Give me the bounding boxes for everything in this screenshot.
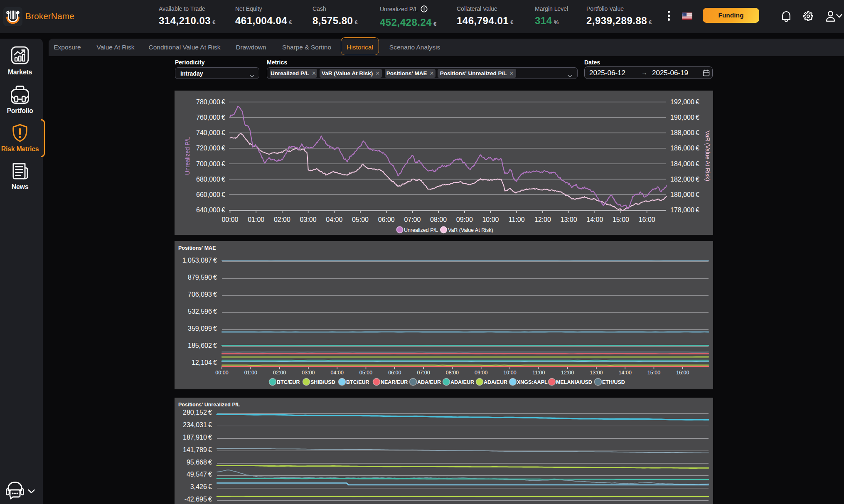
svg-text:BTC/EUR: BTC/EUR <box>277 379 300 385</box>
svg-text:Unrealized P/L: Unrealized P/L <box>404 227 438 233</box>
svg-text:-42,695 €: -42,695 € <box>185 496 212 503</box>
svg-text:780,000 €: 780,000 € <box>196 98 225 106</box>
svg-text:09:00: 09:00 <box>475 370 487 376</box>
svg-text:ADA/EUR: ADA/EUR <box>450 379 474 385</box>
svg-text:BTC/EUR: BTC/EUR <box>346 379 369 385</box>
svg-text:640,000 €: 640,000 € <box>196 207 225 214</box>
svg-text:15:00: 15:00 <box>647 370 660 376</box>
svg-text:660,000 €: 660,000 € <box>196 191 225 198</box>
svg-text:879,590 €: 879,590 € <box>188 274 217 281</box>
svg-text:MELANIA/USD: MELANIA/USD <box>556 379 592 385</box>
svg-text:141,789 €: 141,789 € <box>183 446 212 453</box>
svg-text:1,053,087 €: 1,053,087 € <box>182 257 217 264</box>
svg-text:706,093 €: 706,093 € <box>188 291 217 298</box>
svg-text:10:00: 10:00 <box>503 370 516 376</box>
svg-text:12,104 €: 12,104 € <box>192 359 217 366</box>
svg-text:11:00: 11:00 <box>509 216 525 223</box>
svg-text:190,000 €: 190,000 € <box>670 114 699 121</box>
svg-text:185,602 €: 185,602 € <box>188 342 217 349</box>
svg-text:234,031 €: 234,031 € <box>183 421 212 428</box>
svg-text:740,000 €: 740,000 € <box>196 129 225 136</box>
svg-text:13:00: 13:00 <box>561 216 577 223</box>
svg-text:01:00: 01:00 <box>248 216 264 223</box>
svg-text:03:00: 03:00 <box>302 370 315 376</box>
svg-text:03:00: 03:00 <box>300 216 317 223</box>
svg-text:ADA/EUR: ADA/EUR <box>484 379 507 385</box>
svg-text:14:00: 14:00 <box>619 370 632 376</box>
svg-text:05:00: 05:00 <box>352 216 369 223</box>
svg-text:06:00: 06:00 <box>388 370 401 376</box>
svg-text:16:00: 16:00 <box>676 370 689 376</box>
svg-text:00:00: 00:00 <box>215 370 228 376</box>
svg-text:06:00: 06:00 <box>378 216 395 223</box>
svg-text:187,910 €: 187,910 € <box>183 434 212 441</box>
svg-text:00:00: 00:00 <box>221 216 238 223</box>
svg-text:359,099 €: 359,099 € <box>188 325 217 332</box>
svg-text:XNGS:AAPL: XNGS:AAPL <box>517 379 548 385</box>
svg-text:184,000 €: 184,000 € <box>670 160 699 167</box>
svg-text:180,000 €: 180,000 € <box>670 191 699 198</box>
svg-text:04:00: 04:00 <box>331 370 344 376</box>
svg-text:182,000 €: 182,000 € <box>670 176 699 183</box>
svg-text:Positions' MAE: Positions' MAE <box>178 245 216 251</box>
svg-text:15:00: 15:00 <box>613 216 629 223</box>
svg-text:08:00: 08:00 <box>430 216 447 223</box>
svg-text:02:00: 02:00 <box>274 216 290 223</box>
svg-text:Unrealized P/L: Unrealized P/L <box>184 137 191 175</box>
svg-text:NEAR/EUR: NEAR/EUR <box>381 379 408 385</box>
svg-text:SHIB/USD: SHIB/USD <box>310 379 335 385</box>
svg-text:ETH/USD: ETH/USD <box>602 379 625 385</box>
svg-text:12:00: 12:00 <box>534 216 551 223</box>
svg-text:3,426 €: 3,426 € <box>190 483 212 490</box>
svg-text:680,000 €: 680,000 € <box>196 176 225 183</box>
svg-text:08:00: 08:00 <box>446 370 459 376</box>
svg-text:10:00: 10:00 <box>482 216 499 223</box>
svg-text:16:00: 16:00 <box>639 216 655 223</box>
svg-text:49,547 €: 49,547 € <box>187 471 212 478</box>
svg-text:01:00: 01:00 <box>244 370 257 376</box>
svg-text:12:00: 12:00 <box>561 370 574 376</box>
svg-text:ADA/EUR: ADA/EUR <box>417 379 441 385</box>
svg-text:07:00: 07:00 <box>417 370 430 376</box>
svg-text:178,000 €: 178,000 € <box>670 207 699 214</box>
svg-text:192,000 €: 192,000 € <box>670 98 699 106</box>
svg-text:186,000 €: 186,000 € <box>670 145 699 152</box>
svg-text:VaR (Value At Risk): VaR (Value At Risk) <box>704 130 711 181</box>
svg-text:09:00: 09:00 <box>456 216 473 223</box>
svg-text:05:00: 05:00 <box>359 370 372 376</box>
svg-text:95,668 €: 95,668 € <box>187 459 212 466</box>
svg-text:700,000 €: 700,000 € <box>196 160 225 167</box>
svg-text:02:00: 02:00 <box>273 370 286 376</box>
svg-text:13:00: 13:00 <box>590 370 603 376</box>
svg-text:720,000 €: 720,000 € <box>196 145 225 152</box>
svg-text:07:00: 07:00 <box>404 216 421 223</box>
svg-text:532,596 €: 532,596 € <box>188 308 217 315</box>
svg-text:Positions' Unrealized P/L: Positions' Unrealized P/L <box>178 402 240 408</box>
svg-text:11:00: 11:00 <box>532 370 545 376</box>
svg-text:04:00: 04:00 <box>326 216 342 223</box>
svg-text:280,152 €: 280,152 € <box>183 409 212 416</box>
svg-text:760,000 €: 760,000 € <box>196 114 225 121</box>
svg-text:188,000 €: 188,000 € <box>670 129 699 136</box>
svg-text:14:00: 14:00 <box>586 216 603 223</box>
svg-text:VaR (Value At Risk): VaR (Value At Risk) <box>448 227 493 233</box>
